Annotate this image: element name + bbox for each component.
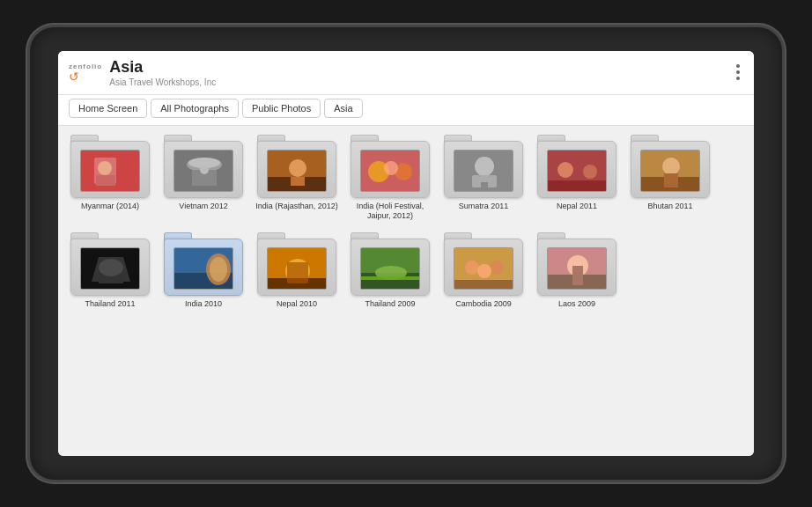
more-options-button[interactable] xyxy=(733,61,743,84)
folder-photo xyxy=(547,150,607,192)
folder-label: Bhutan 2011 xyxy=(647,202,692,212)
folder-photo xyxy=(267,150,327,192)
folder-icon-bhutan xyxy=(629,135,712,198)
folder-label: India (Rajasthan, 2012) xyxy=(255,202,338,212)
folder-thailand-2009[interactable]: Thailand 2009 xyxy=(349,232,432,310)
svg-rect-29 xyxy=(664,173,678,187)
page-title: Asia xyxy=(109,58,216,77)
folder-icon-nepal-2010 xyxy=(255,232,338,296)
folder-icon-myanmar xyxy=(69,135,151,198)
folder-india-holi-2012[interactable]: India (Holi Festival, Jaipur, 2012) xyxy=(349,135,432,222)
svg-point-47 xyxy=(465,261,479,275)
tab-home-screen[interactable]: Home Screen xyxy=(69,99,147,118)
folder-icon-india-raj xyxy=(255,135,338,198)
folder-body xyxy=(70,141,150,198)
folder-label: Cambodia 2009 xyxy=(455,299,512,310)
folder-body xyxy=(537,141,616,198)
svg-point-2 xyxy=(98,161,112,175)
svg-point-8 xyxy=(200,165,209,174)
content-area: Myanmar (2014) xyxy=(58,126,754,456)
folder-body xyxy=(631,141,710,198)
folder-photo xyxy=(454,150,513,192)
folder-body xyxy=(444,239,523,296)
folder-label: Thailand 2011 xyxy=(85,299,135,310)
folder-label: Vietnam 2012 xyxy=(179,202,227,212)
tab-all-photographs[interactable]: All Photographs xyxy=(151,99,239,118)
tab-public-photos[interactable]: Public Photos xyxy=(242,99,321,118)
folder-photo xyxy=(547,247,607,290)
header: zenfolio ↺ Asia Asia Travel Workshops, I… xyxy=(58,51,754,95)
folder-label: Myanmar (2014) xyxy=(81,202,139,212)
screen: zenfolio ↺ Asia Asia Travel Workshops, I… xyxy=(58,51,754,456)
folder-sumatra-2011[interactable]: Sumatra 2011 xyxy=(442,135,525,222)
folder-icon-india-2010 xyxy=(162,232,245,296)
folder-body xyxy=(257,239,336,296)
folder-photo xyxy=(640,150,700,192)
folder-icon-vietnam xyxy=(162,135,245,198)
svg-point-11 xyxy=(289,159,306,177)
svg-rect-12 xyxy=(291,177,305,186)
folder-photo xyxy=(267,247,327,290)
folder-nepal-2010[interactable]: Nepal 2010 xyxy=(255,232,338,310)
tab-asia[interactable]: Asia xyxy=(324,99,362,118)
folder-cambodia-2009[interactable]: Cambodia 2009 xyxy=(442,232,525,310)
svg-point-37 xyxy=(210,257,227,282)
folder-icon-thailand-2009 xyxy=(349,232,432,296)
more-dot-1 xyxy=(736,64,740,68)
folder-label: Nepal 2011 xyxy=(557,202,597,212)
folder-body xyxy=(351,141,430,198)
folder-laos-2009[interactable]: Laos 2009 xyxy=(535,232,618,310)
svg-rect-25 xyxy=(548,180,607,192)
folder-label: Nepal 2010 xyxy=(277,299,317,310)
svg-point-23 xyxy=(557,162,573,178)
nav-tabs: Home Screen All Photographs Public Photo… xyxy=(58,95,754,126)
folder-icon-sumatra xyxy=(442,135,525,198)
folder-label: Thailand 2009 xyxy=(365,299,415,310)
page-subtitle: Asia Travel Workshops, Inc xyxy=(109,77,216,87)
folder-photo xyxy=(80,150,140,192)
title-block: Asia Asia Travel Workshops, Inc xyxy=(109,58,216,87)
folder-icon-nepal xyxy=(535,135,618,198)
svg-point-27 xyxy=(662,158,680,175)
svg-point-33 xyxy=(99,259,123,276)
folder-india-2010[interactable]: India 2010 xyxy=(162,232,245,310)
folder-body xyxy=(444,141,523,198)
folder-body xyxy=(537,239,616,296)
zenfolio-logo: zenfolio ↺ xyxy=(69,62,102,83)
folder-photo xyxy=(173,150,233,192)
folder-vietnam-2012[interactable]: Vietnam 2012 xyxy=(162,135,245,222)
folder-label: India (Holi Festival, Jaipur, 2012) xyxy=(349,202,432,222)
folder-nepal-2011[interactable]: Nepal 2011 xyxy=(535,135,618,222)
folder-photo xyxy=(360,247,420,290)
svg-point-19 xyxy=(475,157,494,176)
svg-rect-21 xyxy=(481,182,488,187)
folder-label: Laos 2009 xyxy=(558,299,595,310)
folders-grid: Myanmar (2014) xyxy=(69,135,743,310)
svg-point-49 xyxy=(477,264,491,278)
folder-icon-cambodia xyxy=(442,232,525,296)
folder-body xyxy=(351,239,430,296)
folder-icon-india-holi xyxy=(349,135,432,198)
folder-myanmar-2014[interactable]: Myanmar (2014) xyxy=(69,135,151,222)
folder-photo xyxy=(173,247,233,290)
folder-label: India 2010 xyxy=(185,299,222,310)
folder-bhutan-2011[interactable]: Bhutan 2011 xyxy=(629,135,712,222)
svg-point-48 xyxy=(490,261,504,275)
svg-point-17 xyxy=(384,161,398,175)
folder-label: Sumatra 2011 xyxy=(459,202,509,212)
folder-thailand-2011[interactable]: Thailand 2011 xyxy=(69,232,151,310)
folder-icon-laos xyxy=(535,232,618,296)
folder-icon-thailand-2011 xyxy=(69,232,151,296)
svg-rect-50 xyxy=(454,280,513,290)
more-dot-3 xyxy=(736,77,740,80)
folder-body xyxy=(257,141,336,198)
more-dot-2 xyxy=(736,70,740,74)
svg-rect-54 xyxy=(572,266,583,285)
folder-photo xyxy=(360,150,420,192)
folder-india-rajasthan-2012[interactable]: India (Rajasthan, 2012) xyxy=(255,135,338,222)
folder-photo xyxy=(80,247,140,290)
zenfolio-arrow-icon: ↺ xyxy=(69,70,79,83)
header-left: zenfolio ↺ Asia Asia Travel Workshops, I… xyxy=(69,58,216,87)
tablet-frame: zenfolio ↺ Asia Asia Travel Workshops, I… xyxy=(27,25,785,482)
folder-photo xyxy=(454,247,513,290)
